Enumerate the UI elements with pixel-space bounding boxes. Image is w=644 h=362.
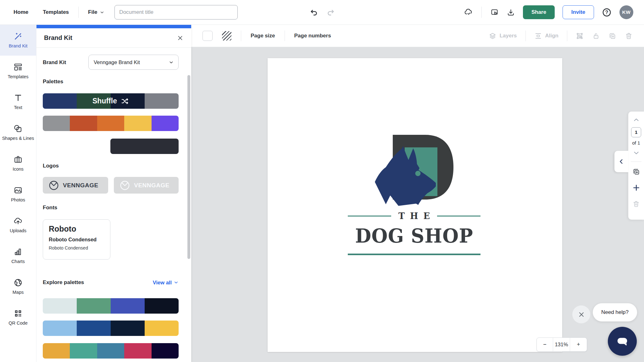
sidebar-item-shapes-lines[interactable]: Shapes & Lines bbox=[0, 117, 36, 148]
trash-icon bbox=[632, 200, 640, 208]
sidebar-item-photos[interactable]: Photos bbox=[0, 179, 36, 210]
current-page-indicator[interactable]: 1 bbox=[631, 127, 641, 137]
redo-icon bbox=[326, 8, 335, 17]
divider bbox=[78, 7, 79, 18]
panel-close-button[interactable] bbox=[177, 35, 184, 41]
document-title-input[interactable] bbox=[114, 5, 238, 19]
page-size-button[interactable]: Page size bbox=[251, 33, 275, 39]
selection-frame-icon bbox=[576, 32, 584, 40]
sidebar-item-brand-kit[interactable]: Brand Kit bbox=[0, 25, 36, 56]
plus-icon bbox=[632, 184, 641, 192]
brand-palette-1[interactable]: Shuffle bbox=[43, 93, 179, 109]
chevron-down-icon bbox=[633, 150, 640, 156]
brand-palette-2[interactable] bbox=[43, 116, 179, 131]
share-button[interactable]: Share bbox=[523, 5, 555, 19]
cloud-save-status-button[interactable] bbox=[464, 8, 473, 17]
logo-chip-light[interactable]: VENNGAGE bbox=[114, 177, 179, 194]
align-button[interactable]: Align bbox=[534, 32, 559, 40]
sidebar-item-charts[interactable]: Charts bbox=[0, 240, 36, 271]
zoom-out-button[interactable]: − bbox=[537, 338, 553, 351]
group-select-button[interactable] bbox=[576, 32, 584, 40]
canvas-toolbar: Page size Page numbers Layers Align bbox=[191, 25, 644, 47]
briefcase-icon bbox=[14, 155, 23, 164]
brand-kit-dropdown[interactable]: Venngage Brand Kit bbox=[88, 55, 179, 70]
explore-palette-1[interactable] bbox=[43, 298, 179, 314]
sidebar-item-templates[interactable]: Templates bbox=[0, 56, 36, 86]
logo-chips-row: VENNGAGE VENNGAGE bbox=[43, 177, 179, 194]
panel-scrollbar[interactable] bbox=[187, 75, 190, 259]
speech-bubble-icon bbox=[615, 334, 630, 348]
palette-color-segment bbox=[110, 139, 179, 154]
fonts-heading: Fonts bbox=[43, 205, 179, 211]
duplicate-button[interactable] bbox=[608, 32, 616, 40]
shuffle-icon bbox=[121, 97, 129, 105]
lock-button[interactable] bbox=[592, 32, 600, 40]
background-color-swatch[interactable] bbox=[203, 31, 213, 41]
palette-color-segment bbox=[43, 298, 77, 314]
sidebar-item-qr-code[interactable]: QR Code bbox=[0, 302, 36, 333]
sidebar-item-label: Shapes & Lines bbox=[1, 136, 36, 141]
shuffle-button[interactable]: Shuffle bbox=[43, 93, 179, 109]
sidebar-item-icons[interactable]: Icons bbox=[0, 148, 36, 179]
venngage-mark-icon bbox=[48, 180, 59, 191]
explore-palettes-heading: Explore palettes bbox=[43, 279, 84, 286]
logo-chip-dark[interactable]: VENNGAGE bbox=[43, 177, 108, 194]
file-menu-button[interactable]: File bbox=[88, 9, 104, 15]
font-body-name: Roboto Condensed bbox=[49, 245, 104, 250]
explore-palette-3[interactable] bbox=[43, 343, 179, 359]
sidebar-item-uploads[interactable]: Uploads bbox=[0, 210, 36, 240]
user-avatar[interactable]: KW bbox=[619, 5, 633, 19]
previous-page-button[interactable] bbox=[633, 117, 640, 123]
history-controls bbox=[309, 8, 335, 17]
brand-palette-3[interactable] bbox=[110, 139, 179, 154]
undo-button[interactable] bbox=[309, 8, 318, 17]
canvas-area[interactable]: THE DOG SHOP 1 of 1 bbox=[191, 47, 644, 362]
need-help-tooltip: Need help? bbox=[593, 303, 637, 321]
divider bbox=[481, 7, 482, 18]
palette-color-segment bbox=[70, 116, 97, 131]
nav-templates[interactable]: Templates bbox=[43, 9, 69, 15]
next-page-button[interactable] bbox=[633, 150, 640, 156]
zoom-in-button[interactable]: + bbox=[570, 338, 587, 351]
dog-shop-logo[interactable]: THE DOG SHOP bbox=[348, 135, 480, 255]
view-all-label: View all bbox=[153, 280, 172, 286]
invite-button[interactable]: Invite bbox=[563, 5, 594, 19]
undo-icon bbox=[309, 8, 318, 17]
dog-logo-art bbox=[375, 135, 453, 206]
sidebar-item-maps[interactable]: Maps bbox=[0, 271, 36, 302]
page-numbers-button[interactable]: Page numbers bbox=[294, 33, 331, 39]
add-page-button[interactable] bbox=[632, 184, 641, 192]
layout-icon bbox=[14, 63, 23, 72]
help-button[interactable]: ? bbox=[602, 8, 612, 17]
nav-home[interactable]: Home bbox=[14, 9, 28, 15]
layers-button[interactable]: Layers bbox=[489, 32, 517, 40]
palettes-heading: Palettes bbox=[43, 79, 179, 85]
font-primary-name: Roboto bbox=[49, 224, 104, 233]
svg-text:?: ? bbox=[605, 9, 608, 15]
close-icon bbox=[578, 311, 585, 318]
view-all-button[interactable]: View all bbox=[153, 280, 179, 286]
chat-widget-button[interactable] bbox=[608, 327, 637, 356]
dismiss-help-button[interactable] bbox=[572, 305, 590, 323]
font-card[interactable]: Roboto Roboto Condensed Roboto Condensed bbox=[43, 219, 110, 260]
delete-button[interactable] bbox=[625, 32, 633, 40]
delete-page-button[interactable] bbox=[632, 200, 640, 208]
globe-icon bbox=[14, 278, 23, 287]
question-circle-icon: ? bbox=[602, 8, 612, 17]
sidebar-item-label: Photos bbox=[10, 197, 26, 202]
collapse-panel-tab[interactable] bbox=[614, 151, 628, 172]
redo-button[interactable] bbox=[326, 8, 335, 17]
file-menu-label: File bbox=[88, 9, 97, 15]
download-button[interactable] bbox=[507, 8, 515, 17]
sidebar-item-label: Maps bbox=[11, 290, 25, 295]
rule-left bbox=[348, 216, 391, 217]
background-pattern-icon[interactable] bbox=[222, 31, 231, 41]
explore-palette-2[interactable] bbox=[43, 321, 179, 336]
design-page[interactable]: THE DOG SHOP bbox=[268, 58, 562, 352]
chevron-down-icon bbox=[100, 10, 104, 15]
zoom-level-value: 131% bbox=[553, 338, 570, 351]
sidebar-item-text[interactable]: Text bbox=[0, 86, 36, 117]
duplicate-page-button[interactable] bbox=[632, 168, 640, 176]
present-button[interactable] bbox=[490, 8, 499, 17]
page-navigation-panel: 1 of 1 bbox=[628, 112, 644, 220]
